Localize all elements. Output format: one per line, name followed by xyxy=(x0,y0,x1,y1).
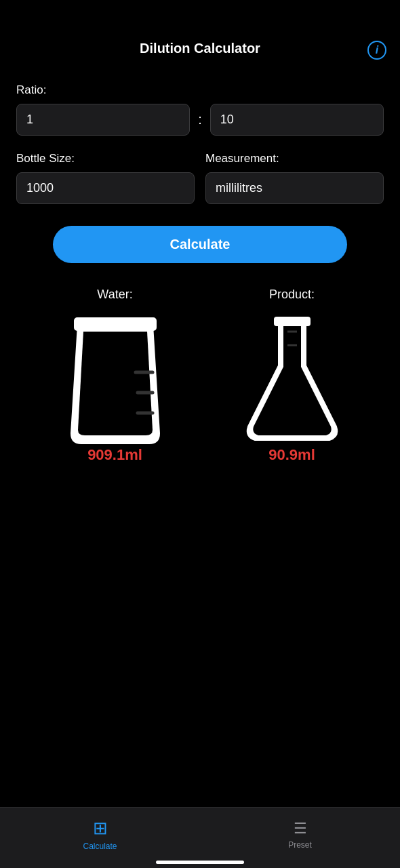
measurement-input[interactable] xyxy=(205,172,384,204)
svg-rect-4 xyxy=(274,317,311,326)
preset-tab-label: Preset xyxy=(288,840,312,850)
tab-bar: ⊞ Calculate ☰ Preset xyxy=(0,807,400,868)
bottle-measurement-row: Bottle Size: Measurement: xyxy=(16,152,384,204)
bottle-size-label: Bottle Size: xyxy=(16,152,195,165)
info-button[interactable]: i xyxy=(367,41,386,60)
product-label: Product: xyxy=(269,288,315,302)
results-section: Water: 909.1ml Product: xyxy=(16,288,384,467)
product-result: Product: 90.9ml xyxy=(241,288,343,467)
ratio-label: Ratio: xyxy=(16,83,384,97)
app-header: Dilution Calculator i xyxy=(0,0,400,70)
water-label: Water: xyxy=(97,288,132,302)
ratio-input-1[interactable] xyxy=(16,104,190,136)
preset-tab-icon: ☰ xyxy=(294,820,307,837)
calculate-button[interactable]: Calculate xyxy=(53,226,347,263)
flask-graphic: 90.9ml xyxy=(241,311,343,467)
main-content: Ratio: : Bottle Size: Measurement: Calcu… xyxy=(0,70,400,481)
calculate-tab-icon: ⊞ xyxy=(93,818,108,839)
water-result: Water: 909.1ml xyxy=(58,288,173,467)
svg-rect-0 xyxy=(75,318,156,330)
tab-calculate[interactable]: ⊞ Calculate xyxy=(0,808,200,854)
app-title: Dilution Calculator xyxy=(140,41,260,56)
ratio-row: : xyxy=(16,104,384,136)
bottle-size-group: Bottle Size: xyxy=(16,152,195,204)
ratio-input-2[interactable] xyxy=(210,104,384,136)
bottle-size-input[interactable] xyxy=(16,172,195,204)
beaker-graphic: 909.1ml xyxy=(58,311,173,467)
calculate-tab-label: Calculate xyxy=(83,842,117,851)
measurement-label: Measurement: xyxy=(205,152,384,165)
tab-preset[interactable]: ☰ Preset xyxy=(200,808,400,854)
info-icon: i xyxy=(376,44,378,56)
ratio-colon: : xyxy=(198,112,202,127)
measurement-group: Measurement: xyxy=(205,152,384,204)
home-indicator xyxy=(156,861,244,864)
